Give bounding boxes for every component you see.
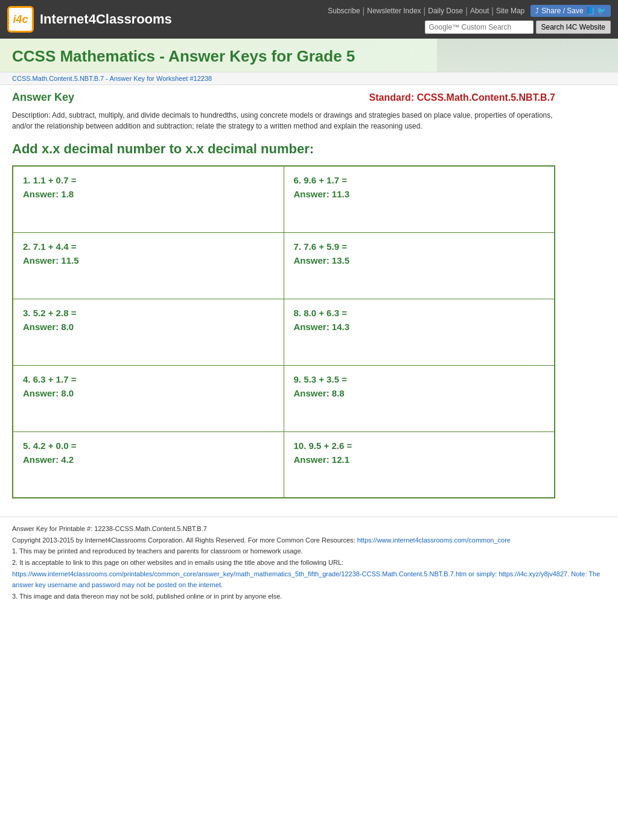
logo-area: i4c Internet4Classrooms (7, 6, 172, 33)
answer-grid: 1. 1.1 + 0.7 =Answer: 1.86. 9.6 + 1.7 =A… (12, 165, 555, 498)
logo-icon: i4c (13, 13, 28, 26)
breadcrumb: CCSS.Math.Content.5.NBT.B.7 - Answer Key… (0, 72, 618, 85)
answer-cell-left: 2. 7.1 + 4.4 =Answer: 11.5 (13, 232, 284, 299)
search-input[interactable] (425, 21, 534, 34)
question-text: 9. 5.3 + 3.5 = (294, 374, 545, 384)
answer-text: Answer: 11.3 (294, 189, 545, 199)
question-text: 2. 7.1 + 4.4 = (23, 241, 274, 252)
question-text: 10. 9.5 + 2.6 = (294, 441, 545, 451)
question-text: 3. 5.2 + 2.8 = (23, 308, 274, 318)
question-text: 1. 1.1 + 0.7 = (23, 175, 274, 185)
grid-body: 1. 1.1 + 0.7 =Answer: 1.86. 9.6 + 1.7 =A… (13, 166, 555, 498)
description: Description: Add, subtract, multiply, an… (12, 110, 555, 132)
question-text: 4. 6.3 + 1.7 = (23, 374, 274, 384)
table-row: 3. 5.2 + 2.8 =Answer: 8.08. 8.0 + 6.3 =A… (13, 299, 555, 365)
header: i4c Internet4Classrooms Subscribe | News… (0, 0, 618, 39)
answer-text: Answer: 12.1 (294, 454, 545, 465)
table-row: 2. 7.1 + 4.4 =Answer: 11.57. 7.6 + 5.9 =… (13, 232, 555, 299)
answer-text: Answer: 8.0 (23, 322, 274, 332)
answer-key-header: Answer Key Standard: CCSS.Math.Content.5… (12, 91, 555, 104)
page-title: CCSS Mathematics - Answer Keys for Grade… (12, 47, 606, 66)
answer-cell-left: 5. 4.2 + 0.0 =Answer: 4.2 (13, 431, 284, 498)
footer-line1: Answer Key for Printable #: 12238-CCSS.M… (12, 523, 606, 535)
sep3: | (465, 6, 468, 16)
nav-links: Subscribe | Newsletter Index | Daily Dos… (328, 6, 524, 16)
topic-heading: Add x.x decimal number to x.x decimal nu… (12, 141, 555, 157)
share-label: Share / Save (541, 7, 583, 15)
answer-text: Answer: 13.5 (294, 255, 545, 266)
logo-text: Internet4Classrooms (40, 11, 172, 27)
answer-text: Answer: 4.2 (23, 454, 274, 465)
footer-url: https://www.internet4classrooms.com/prin… (12, 568, 606, 591)
answer-cell-left: 3. 5.2 + 2.8 =Answer: 8.0 (13, 299, 284, 365)
nav-subscribe[interactable]: Subscribe (328, 7, 360, 15)
question-text: 6. 9.6 + 1.7 = (294, 175, 545, 185)
table-row: 4. 6.3 + 1.7 =Answer: 8.09. 5.3 + 3.5 =A… (13, 365, 555, 431)
answer-cell-left: 4. 6.3 + 1.7 =Answer: 8.0 (13, 365, 284, 431)
question-text: 8. 8.0 + 6.3 = (294, 308, 545, 318)
answer-cell-right: 8. 8.0 + 6.3 =Answer: 14.3 (284, 299, 555, 365)
sep2: | (424, 6, 426, 16)
standard-label: Standard: CCSS.Math.Content.5.NBT.B.7 (369, 92, 555, 103)
nav-daily-dose[interactable]: Daily Dose (428, 7, 463, 15)
answer-text: Answer: 8.0 (23, 388, 274, 398)
search-button[interactable]: Search I4C Website (536, 21, 611, 34)
answer-key-label: Answer Key (12, 91, 74, 104)
footer-note2: 2. It is acceptable to link to this page… (12, 557, 606, 568)
sep1: | (363, 6, 365, 16)
banner: CCSS Mathematics - Answer Keys for Grade… (0, 39, 618, 72)
footer-note1: 1. This may be printed and reproduced by… (12, 546, 606, 557)
answer-text: Answer: 1.8 (23, 189, 274, 199)
footer-link[interactable]: https://www.internet4classrooms.com/comm… (357, 536, 511, 544)
logo-box: i4c (7, 6, 34, 33)
footer: Answer Key for Printable #: 12238-CCSS.M… (0, 517, 618, 608)
answer-text: Answer: 14.3 (294, 322, 545, 332)
share-button[interactable]: ⤴ Share / Save 📘 🐦 (530, 5, 611, 17)
nav-about[interactable]: About (470, 7, 489, 15)
content: Answer Key Standard: CCSS.Math.Content.5… (0, 85, 567, 511)
answer-cell-left: 1. 1.1 + 0.7 =Answer: 1.8 (13, 166, 284, 232)
nav-newsletter[interactable]: Newsletter Index (367, 7, 421, 15)
answer-cell-right: 6. 9.6 + 1.7 =Answer: 11.3 (284, 166, 555, 232)
nav-sitemap[interactable]: Site Map (496, 7, 524, 15)
nav-right: Subscribe | Newsletter Index | Daily Dos… (328, 5, 611, 34)
question-text: 5. 4.2 + 0.0 = (23, 441, 274, 451)
question-text: 7. 7.6 + 5.9 = (294, 241, 545, 252)
table-row: 5. 4.2 + 0.0 =Answer: 4.210. 9.5 + 2.6 =… (13, 431, 555, 498)
footer-note3: 3. This image and data thereon may not b… (12, 591, 606, 602)
answer-cell-right: 9. 5.3 + 3.5 =Answer: 8.8 (284, 365, 555, 431)
answer-text: Answer: 8.8 (294, 388, 545, 398)
table-row: 1. 1.1 + 0.7 =Answer: 1.86. 9.6 + 1.7 =A… (13, 166, 555, 232)
share-icon: ⤴ (535, 7, 539, 15)
sep4: | (491, 6, 494, 16)
search-area: Search I4C Website (425, 21, 611, 34)
share-icons: 📘 🐦 (586, 7, 606, 15)
answer-text: Answer: 11.5 (23, 255, 274, 266)
answer-cell-right: 7. 7.6 + 5.9 =Answer: 13.5 (284, 232, 555, 299)
answer-cell-right: 10. 9.5 + 2.6 =Answer: 12.1 (284, 431, 555, 498)
footer-line2: Copyright 2013-2015 by Internet4Classroo… (12, 535, 606, 546)
